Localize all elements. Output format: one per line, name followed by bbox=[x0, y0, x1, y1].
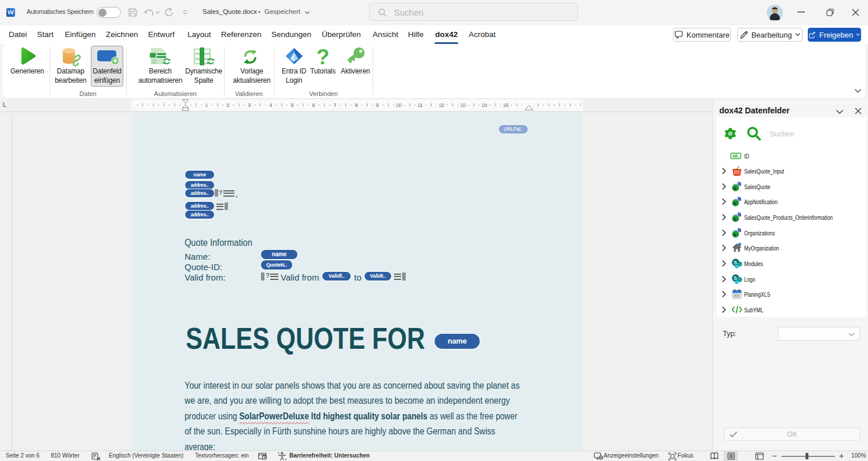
svg-text:AB..: AB.. bbox=[732, 154, 740, 158]
svg-text:S: S bbox=[734, 260, 737, 265]
svg-text:S: S bbox=[734, 275, 737, 281]
